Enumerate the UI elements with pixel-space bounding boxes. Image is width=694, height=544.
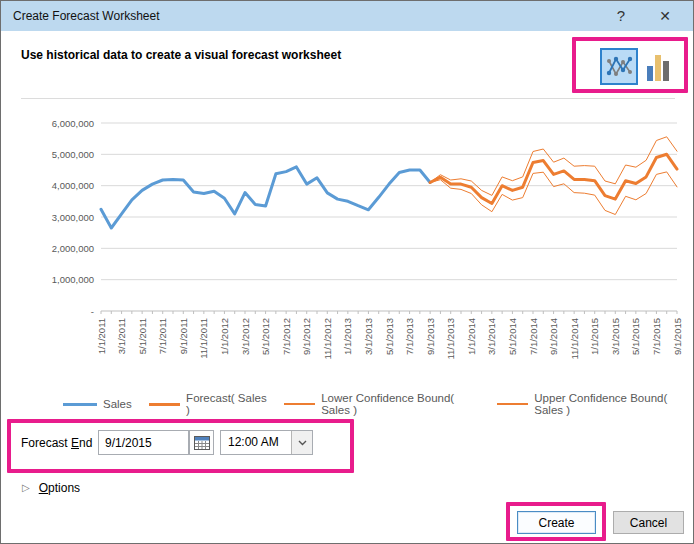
svg-text:3,000,000: 3,000,000 bbox=[52, 212, 94, 223]
svg-text:1/1/2011: 1/1/2011 bbox=[96, 318, 107, 354]
forecast-end-date-input[interactable] bbox=[98, 430, 189, 455]
create-forecast-worksheet-dialog: Create Forecast Worksheet ? ✕ Use histor… bbox=[0, 0, 694, 544]
svg-text:9/1/2013: 9/1/2013 bbox=[425, 318, 436, 355]
options-label: Options bbox=[39, 481, 80, 495]
svg-text:1/1/2013: 1/1/2013 bbox=[342, 318, 353, 355]
svg-text:9/1/2012: 9/1/2012 bbox=[301, 318, 312, 355]
time-value: 12:00 AM bbox=[228, 435, 279, 449]
svg-text:11/1/2013: 11/1/2013 bbox=[445, 318, 456, 360]
svg-text:3/1/2014: 3/1/2014 bbox=[486, 318, 497, 355]
svg-text:11/1/2011: 11/1/2011 bbox=[198, 318, 209, 359]
legend-item-forecast: Forecast( Sales ) bbox=[149, 392, 267, 416]
line-chart-type-button[interactable] bbox=[600, 48, 638, 85]
legend-item-sales: Sales bbox=[63, 398, 132, 410]
svg-text:9/1/2011: 9/1/2011 bbox=[178, 318, 189, 354]
legend-label: Forecast( Sales ) bbox=[186, 392, 267, 416]
upper-bound-line-swatch bbox=[497, 403, 528, 405]
svg-text:7/1/2012: 7/1/2012 bbox=[281, 318, 292, 355]
combo-dropdown-button[interactable] bbox=[291, 431, 312, 454]
chevron-down-icon bbox=[298, 440, 307, 446]
svg-text:5/1/2011: 5/1/2011 bbox=[137, 318, 148, 354]
svg-text:7/1/2011: 7/1/2011 bbox=[157, 318, 168, 354]
forecast-end-time-combo[interactable]: 12:00 AM bbox=[220, 430, 313, 455]
bar-chart-icon bbox=[646, 54, 671, 81]
dialog-title: Create Forecast Worksheet bbox=[1, 9, 160, 23]
legend-item-upper-bound: Upper Confidence Bound( Sales ) bbox=[497, 392, 693, 416]
svg-text:11/1/2014: 11/1/2014 bbox=[569, 318, 580, 360]
options-expander[interactable]: ▷ Options bbox=[22, 481, 80, 495]
svg-text:4,000,000: 4,000,000 bbox=[52, 180, 94, 191]
calendar-icon bbox=[194, 435, 210, 450]
svg-text:9/1/2014: 9/1/2014 bbox=[548, 318, 559, 355]
chart-legend: Sales Forecast( Sales ) Lower Confidence… bbox=[63, 392, 693, 416]
svg-text:5/1/2015: 5/1/2015 bbox=[630, 318, 641, 355]
svg-text:5/1/2013: 5/1/2013 bbox=[384, 318, 395, 355]
svg-text:5,000,000: 5,000,000 bbox=[52, 149, 94, 160]
create-button[interactable]: Create bbox=[517, 511, 596, 534]
forecast-chart: -1,000,0002,000,0003,000,0004,000,0005,0… bbox=[1, 103, 694, 389]
cancel-button[interactable]: Cancel bbox=[613, 511, 684, 534]
svg-text:1,000,000: 1,000,000 bbox=[52, 274, 94, 285]
lower-bound-line-swatch bbox=[284, 403, 315, 405]
svg-text:3/1/2012: 3/1/2012 bbox=[240, 318, 251, 355]
legend-item-lower-bound: Lower Confidence Bound( Sales ) bbox=[284, 392, 480, 416]
svg-text:11/1/2012: 11/1/2012 bbox=[322, 318, 333, 360]
close-icon[interactable]: ✕ bbox=[651, 1, 679, 31]
svg-text:7/1/2014: 7/1/2014 bbox=[528, 318, 539, 355]
titlebar: Create Forecast Worksheet bbox=[1, 1, 693, 31]
legend-label: Upper Confidence Bound( Sales ) bbox=[534, 392, 693, 416]
svg-text:7/1/2015: 7/1/2015 bbox=[651, 318, 662, 355]
svg-text:7/1/2013: 7/1/2013 bbox=[404, 318, 415, 355]
svg-text:5/1/2012: 5/1/2012 bbox=[260, 318, 271, 355]
svg-text:6,000,000: 6,000,000 bbox=[52, 118, 94, 129]
svg-text:9/1/2015: 9/1/2015 bbox=[672, 318, 683, 355]
header-separator bbox=[21, 98, 675, 99]
calendar-picker-button[interactable] bbox=[189, 430, 214, 455]
line-chart-icon bbox=[606, 54, 633, 79]
svg-text:2,000,000: 2,000,000 bbox=[52, 243, 94, 254]
svg-text:1/1/2014: 1/1/2014 bbox=[466, 318, 477, 355]
legend-label: Lower Confidence Bound( Sales ) bbox=[321, 392, 480, 416]
svg-text:1/1/2012: 1/1/2012 bbox=[219, 318, 230, 355]
bar-chart-type-button[interactable] bbox=[644, 53, 673, 82]
svg-text:3/1/2013: 3/1/2013 bbox=[363, 318, 374, 355]
sales-line-swatch bbox=[63, 403, 97, 406]
forecast-line-swatch bbox=[149, 403, 180, 406]
svg-text:-: - bbox=[91, 306, 94, 317]
forecast-end-label: Forecast End bbox=[21, 436, 92, 450]
svg-text:3/1/2015: 3/1/2015 bbox=[610, 318, 621, 355]
svg-text:5/1/2014: 5/1/2014 bbox=[507, 318, 518, 355]
svg-text:1/1/2015: 1/1/2015 bbox=[589, 318, 600, 355]
help-icon[interactable]: ? bbox=[607, 1, 635, 31]
expander-triangle-icon: ▷ bbox=[22, 482, 30, 494]
dialog-subtitle: Use historical data to create a visual f… bbox=[21, 48, 341, 62]
svg-text:3/1/2011: 3/1/2011 bbox=[116, 318, 127, 354]
legend-label: Sales bbox=[103, 398, 132, 410]
